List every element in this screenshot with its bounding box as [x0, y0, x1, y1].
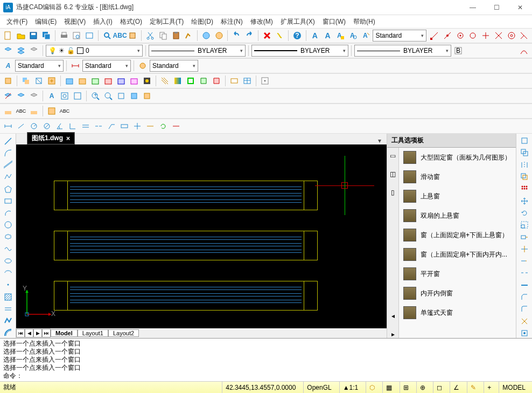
paste-icon[interactable]	[170, 30, 182, 42]
palette-tab-2-icon[interactable]: ◫	[390, 170, 396, 178]
new-icon[interactable]	[2, 30, 14, 42]
layer-freeze-icon[interactable]	[28, 90, 40, 102]
audit-icon[interactable]	[127, 30, 139, 42]
palette-item[interactable]: 大型固定窗（面板为几何图形）	[399, 148, 516, 167]
layout-prev-icon[interactable]: ◀	[25, 329, 33, 337]
attach-dgn-icon[interactable]	[102, 75, 114, 87]
menu-draw[interactable]: 绘图(D)	[188, 16, 216, 27]
arc-tangent-icon[interactable]	[518, 45, 530, 57]
hatch2-icon[interactable]	[2, 292, 15, 302]
palette-item[interactable]: 窗（上面固定扇+下面上悬窗）	[399, 225, 516, 245]
scale-icon[interactable]	[519, 220, 530, 230]
xline-icon[interactable]	[2, 160, 15, 170]
palette-item[interactable]: 内开内倒窗	[399, 284, 516, 303]
zoom-extents-icon[interactable]	[72, 90, 83, 102]
help-icon[interactable]: ?	[291, 30, 303, 42]
copy-icon[interactable]	[157, 30, 169, 42]
layout-tab-model[interactable]: Model	[51, 329, 78, 337]
dim-radius-icon[interactable]	[28, 120, 40, 132]
gradient-icon[interactable]	[172, 75, 184, 87]
line-icon[interactable]	[2, 136, 15, 146]
dim-linear-icon[interactable]	[2, 120, 14, 132]
attach-dwf-icon[interactable]	[115, 75, 127, 87]
dimstyle2-icon[interactable]	[69, 60, 81, 72]
spell-icon[interactable]: ABC	[114, 30, 126, 42]
snap-perpendicular-icon[interactable]	[506, 30, 517, 42]
text-style-icon[interactable]: A	[360, 30, 372, 42]
layout-last-icon[interactable]: ⏭	[42, 329, 51, 337]
save-icon[interactable]	[27, 30, 39, 42]
properties-icon[interactable]	[200, 30, 212, 42]
orbit-icon[interactable]	[128, 90, 140, 102]
palette-scroll-right-icon[interactable]: ▸	[391, 330, 395, 338]
undo-icon[interactable]	[230, 30, 242, 42]
layer-manager-icon[interactable]	[2, 45, 14, 57]
snap-tangent-icon[interactable]	[518, 30, 530, 42]
command-window[interactable]: 选择一个点来插入一个窗口 选择一个点来插入一个窗口 选择一个点来插入一个窗口 选…	[0, 338, 532, 381]
drawing-canvas[interactable]: X Y	[16, 144, 387, 328]
print-preview-icon[interactable]	[71, 30, 83, 42]
palette-tab-1-icon[interactable]: ▭	[390, 152, 396, 160]
match-icon[interactable]	[183, 30, 194, 42]
palette-item[interactable]: 单篷式天窗	[399, 303, 516, 322]
layer-states-icon[interactable]	[15, 45, 27, 57]
status-dyn-icon[interactable]: +	[484, 382, 494, 393]
text-abc2-icon[interactable]: ABC	[59, 105, 71, 117]
document-tab[interactable]: 图纸1.dwg ×	[27, 132, 75, 144]
status-snap-icon[interactable]: ⬡	[366, 382, 378, 393]
palette-scroll-left-icon[interactable]: ◂	[391, 312, 395, 320]
3dpoly-icon[interactable]	[2, 316, 15, 326]
menu-modify[interactable]: 修改(M)	[247, 16, 276, 27]
maximize-button[interactable]: ☐	[485, 0, 508, 15]
dim-ordinate-icon[interactable]	[67, 120, 79, 132]
trim-icon[interactable]	[519, 244, 530, 254]
dim-baseline-icon[interactable]	[80, 120, 92, 132]
ellipse-icon[interactable]	[2, 256, 15, 266]
linetype-combo[interactable]: BYLAYER	[149, 45, 246, 57]
text-tool3-icon[interactable]	[46, 105, 58, 117]
tab-close-icon[interactable]: ×	[66, 135, 70, 142]
redo-icon[interactable]	[243, 30, 255, 42]
layout-tab-1[interactable]: Layout1	[78, 329, 108, 337]
circle-icon[interactable]	[2, 220, 15, 230]
layer-off-icon[interactable]	[2, 90, 14, 102]
status-model[interactable]: MODEL	[499, 382, 529, 393]
minimize-button[interactable]: —	[461, 0, 485, 15]
join-icon[interactable]	[519, 280, 530, 290]
arc-icon[interactable]	[2, 148, 15, 158]
dim-style-combo2[interactable]: Standard	[82, 60, 131, 72]
layer-on-icon[interactable]	[15, 90, 27, 102]
align-icon[interactable]	[519, 328, 530, 338]
polygon-icon[interactable]	[2, 184, 15, 194]
break-icon[interactable]	[519, 268, 530, 278]
tabs-dropdown-icon[interactable]: ▾	[378, 137, 387, 144]
dimstyle-icon[interactable]: A	[2, 60, 14, 72]
rotate-icon[interactable]	[519, 208, 530, 218]
palette-item[interactable]: 滑动窗	[399, 167, 516, 187]
attach-cloud-icon[interactable]	[128, 75, 140, 87]
menu-format[interactable]: 格式(O)	[117, 16, 145, 27]
dim-style-combo3[interactable]: Standard	[150, 60, 198, 72]
polyline-icon[interactable]	[2, 172, 15, 182]
status-osnap-icon[interactable]: ◻	[433, 382, 445, 393]
snap-midpoint-icon[interactable]	[442, 30, 453, 42]
bycolor-icon[interactable]: B	[452, 45, 464, 57]
delete-icon[interactable]	[261, 30, 273, 42]
stretch-icon[interactable]	[519, 232, 530, 242]
text-style-combo[interactable]: Standard	[373, 30, 426, 42]
zoom-in-icon[interactable]: +	[89, 90, 101, 102]
attach-pdf-icon[interactable]	[89, 75, 101, 87]
erase2-icon[interactable]	[519, 136, 530, 146]
explode-icon[interactable]	[519, 316, 530, 326]
palette-item[interactable]: 窗（上面固定扇+下面内开内...	[399, 245, 516, 264]
ellipse-arc-icon[interactable]	[2, 268, 15, 278]
text-a1-icon[interactable]: A	[309, 30, 321, 42]
snap-center-icon[interactable]	[454, 30, 466, 42]
open-icon[interactable]	[15, 30, 27, 42]
palette-tab-3-icon[interactable]: ▯	[391, 189, 395, 196]
dim-override-icon[interactable]	[170, 120, 182, 132]
print-icon[interactable]	[58, 30, 70, 42]
menu-help[interactable]: 帮助(H)	[350, 16, 379, 27]
text-tool1-icon[interactable]	[2, 105, 14, 117]
zoom-out-icon[interactable]	[102, 90, 114, 102]
